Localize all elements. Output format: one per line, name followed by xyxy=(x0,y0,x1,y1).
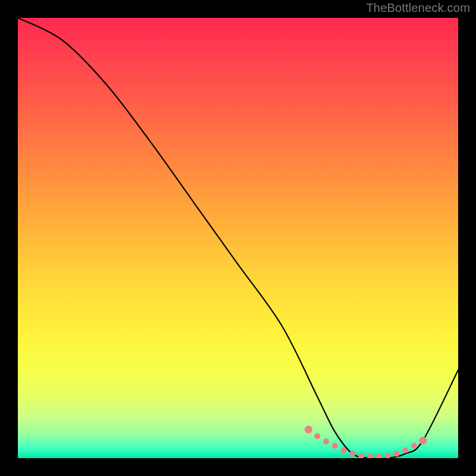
sweet-spot-dot xyxy=(332,443,338,449)
sweet-spot-dot xyxy=(305,425,312,433)
curve-layer xyxy=(18,18,458,458)
sweet-spot-dot xyxy=(402,447,408,453)
sweet-spot-dot xyxy=(393,451,399,457)
sweet-spot-dot xyxy=(349,451,355,457)
sweet-spot-dot xyxy=(323,439,329,444)
sweet-spot-dot xyxy=(385,453,391,458)
sweet-spot-dot xyxy=(376,454,382,458)
chart-frame: TheBottleneck.com xyxy=(0,0,476,476)
sweet-spot-dot xyxy=(341,447,347,453)
bottleneck-curve-path xyxy=(18,18,458,458)
plot-area xyxy=(18,18,458,458)
sweet-spot-dot xyxy=(358,453,364,458)
sweet-spot-dot xyxy=(419,437,427,444)
sweet-spot-dot xyxy=(411,443,417,449)
watermark-text: TheBottleneck.com xyxy=(366,1,470,15)
sweet-spot-dot xyxy=(314,433,320,439)
sweet-spot-dot xyxy=(367,454,373,458)
